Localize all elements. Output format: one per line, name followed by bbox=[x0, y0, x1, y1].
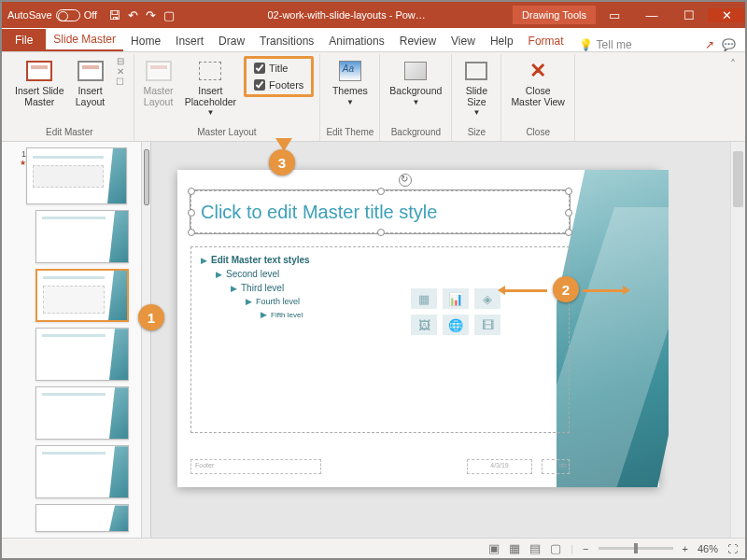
footers-checkbox-label: Footers bbox=[269, 79, 303, 91]
title-checkbox-input[interactable] bbox=[254, 63, 265, 74]
tab-review[interactable]: Review bbox=[392, 30, 444, 51]
date-placeholder[interactable]: 4/3/19 bbox=[467, 459, 532, 474]
quick-access-toolbar: 🖫 ↶ ↷ ▢ bbox=[103, 8, 180, 22]
title-placeholder[interactable]: Click to edit Master title style bbox=[190, 190, 570, 233]
resize-handle-icon[interactable] bbox=[377, 229, 385, 236]
background-button[interactable]: Background ▼ bbox=[386, 56, 445, 108]
autosave-toggle[interactable]: AutoSave Off bbox=[2, 9, 103, 21]
title-checkbox[interactable]: Title bbox=[254, 63, 303, 74]
comments-icon[interactable]: 💬 bbox=[722, 38, 736, 51]
thumb-layout-selected[interactable] bbox=[35, 269, 129, 322]
resize-handle-icon[interactable] bbox=[377, 188, 385, 195]
callout-2-arrow-left bbox=[504, 289, 547, 292]
maximize-icon[interactable]: ☐ bbox=[670, 8, 708, 22]
thumbnail-pane[interactable]: 1 ★ bbox=[2, 142, 142, 538]
picture-icon[interactable]: 🖼 bbox=[411, 315, 437, 335]
zoom-slider[interactable] bbox=[599, 547, 673, 550]
zoom-slider-knob[interactable] bbox=[634, 543, 638, 553]
tab-animations[interactable]: Animations bbox=[321, 30, 391, 51]
close-master-label: Close Master View bbox=[511, 86, 565, 107]
tell-me-search[interactable]: 💡 Tell me bbox=[571, 38, 696, 51]
body-placeholder[interactable]: ▶Edit Master text styles ▶Second level ▶… bbox=[190, 246, 570, 433]
tab-insert[interactable]: Insert bbox=[168, 30, 211, 51]
thumb-layout[interactable] bbox=[35, 210, 129, 263]
table-icon[interactable]: ▦ bbox=[411, 288, 437, 309]
resize-handle-icon[interactable] bbox=[565, 229, 572, 236]
tab-view[interactable]: View bbox=[444, 30, 483, 51]
slide-master-preview[interactable]: Click to edit Master title style ▶Edit M… bbox=[177, 170, 659, 487]
slide-size-button[interactable]: Slide Size ▼ bbox=[458, 56, 495, 119]
group-size: Slide Size ▼ Size bbox=[452, 54, 501, 141]
fit-to-window-icon[interactable]: ⛶ bbox=[727, 543, 738, 554]
reading-view-icon[interactable]: ▤ bbox=[529, 541, 541, 555]
edit-master-more[interactable]: ⊟✕☐ bbox=[113, 56, 128, 86]
close-icon[interactable]: ✕ bbox=[708, 8, 745, 22]
callout-2-arrow-right bbox=[583, 289, 624, 292]
callout-3-badge: 3 bbox=[269, 149, 295, 175]
resize-handle-icon[interactable] bbox=[188, 229, 195, 236]
tab-help[interactable]: Help bbox=[483, 30, 521, 51]
thumb-layout[interactable] bbox=[35, 445, 129, 498]
slide-canvas[interactable]: Click to edit Master title style ▶Edit M… bbox=[151, 142, 745, 538]
slide-number-placeholder[interactable]: ‹#› bbox=[542, 459, 570, 474]
zoom-in-icon[interactable]: + bbox=[683, 543, 688, 554]
insert-placeholder-button[interactable]: Insert Placeholder ▼ bbox=[181, 56, 240, 119]
footers-checkbox[interactable]: Footers bbox=[254, 79, 303, 91]
footer-placeholder[interactable]: Footer bbox=[190, 459, 321, 474]
tab-slide-master[interactable]: Slide Master bbox=[46, 28, 123, 51]
zoom-level[interactable]: 46% bbox=[698, 543, 718, 554]
save-icon[interactable]: 🖫 bbox=[108, 8, 120, 22]
pane-splitter[interactable] bbox=[142, 142, 151, 538]
redo-icon[interactable]: ↷ bbox=[146, 8, 156, 22]
tab-home[interactable]: Home bbox=[123, 30, 168, 51]
resize-handle-icon[interactable] bbox=[188, 209, 195, 217]
tab-draw[interactable]: Draw bbox=[211, 30, 252, 51]
resize-handle-icon[interactable] bbox=[188, 188, 195, 195]
thumb-layout[interactable] bbox=[35, 328, 129, 381]
collapse-ribbon-icon[interactable]: ˄ bbox=[725, 54, 741, 141]
callout-1-badge: 1 bbox=[138, 304, 164, 330]
tab-file[interactable]: File bbox=[2, 29, 46, 51]
group-close: ✕ Close Master View Close bbox=[501, 54, 575, 141]
thumb-layout[interactable] bbox=[35, 386, 129, 440]
chevron-down-icon: ▼ bbox=[472, 109, 480, 118]
close-master-view-button[interactable]: ✕ Close Master View bbox=[507, 56, 569, 109]
group-background: Background ▼ Background bbox=[380, 54, 452, 141]
ribbon-options-icon[interactable]: ▭ bbox=[596, 8, 633, 22]
video-icon[interactable]: 🎞 bbox=[474, 315, 500, 335]
group-edit-master: Insert Slide Master Insert Layout ⊟✕☐ Ed… bbox=[6, 54, 134, 141]
chart-icon[interactable]: 📊 bbox=[443, 288, 469, 309]
tab-transitions[interactable]: Transitions bbox=[252, 30, 321, 51]
footers-checkbox-input[interactable] bbox=[254, 79, 265, 91]
group-label-master-layout: Master Layout bbox=[140, 125, 315, 139]
resize-handle-icon[interactable] bbox=[565, 209, 572, 217]
group-label-close: Close bbox=[507, 125, 569, 139]
share-icon[interactable]: ↗ bbox=[705, 38, 714, 51]
insert-slide-master-button[interactable]: Insert Slide Master bbox=[11, 56, 68, 109]
thumb-star-icon: ★ bbox=[4, 159, 26, 167]
normal-view-icon[interactable]: ▣ bbox=[488, 541, 500, 555]
resize-handle-icon[interactable] bbox=[565, 188, 572, 195]
insert-layout-button[interactable]: Insert Layout bbox=[72, 56, 109, 109]
themes-button[interactable]: Themes ▼ bbox=[329, 56, 372, 108]
slideshow-icon[interactable]: ▢ bbox=[163, 8, 175, 22]
undo-icon[interactable]: ↶ bbox=[128, 8, 138, 22]
slideshow-view-icon[interactable]: ▢ bbox=[550, 541, 561, 555]
themes-label: Themes bbox=[332, 86, 368, 97]
autosave-label: AutoSave bbox=[7, 9, 52, 21]
insert-layout-label: Insert Layout bbox=[76, 86, 106, 107]
thumb-layout[interactable] bbox=[35, 504, 129, 532]
online-picture-icon[interactable]: 🌐 bbox=[443, 315, 469, 335]
vertical-scrollbar[interactable] bbox=[730, 142, 745, 538]
thumb-stack bbox=[30, 147, 139, 532]
tab-format[interactable]: Format bbox=[521, 30, 571, 51]
sorter-view-icon[interactable]: ▦ bbox=[509, 541, 520, 555]
thumb-master[interactable] bbox=[26, 147, 127, 204]
ribbon-tabs: File Slide Master Home Insert Draw Trans… bbox=[2, 28, 745, 52]
zoom-out-icon[interactable]: − bbox=[583, 543, 588, 554]
minimize-icon[interactable]: — bbox=[633, 8, 670, 22]
rotation-handle-icon[interactable] bbox=[399, 174, 412, 187]
scrollbar-thumb[interactable] bbox=[733, 151, 743, 207]
title-placeholder-text: Click to edit Master title style bbox=[201, 202, 437, 223]
smartart-icon[interactable]: ◈ bbox=[474, 288, 500, 309]
